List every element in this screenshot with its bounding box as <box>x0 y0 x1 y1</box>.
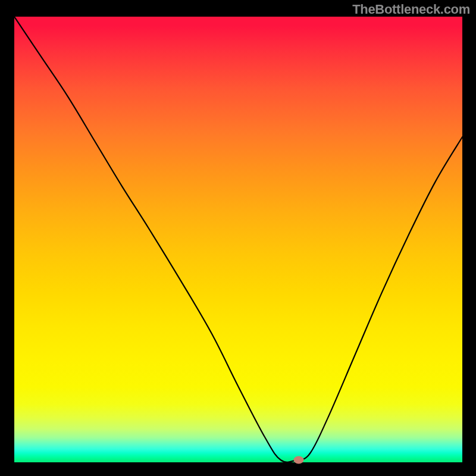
chart-container: TheBottleneck.com <box>0 0 476 476</box>
bottleneck-curve <box>14 17 462 462</box>
plot-area <box>14 17 462 462</box>
optimal-marker <box>294 456 304 464</box>
watermark-text: TheBottleneck.com <box>352 2 470 17</box>
